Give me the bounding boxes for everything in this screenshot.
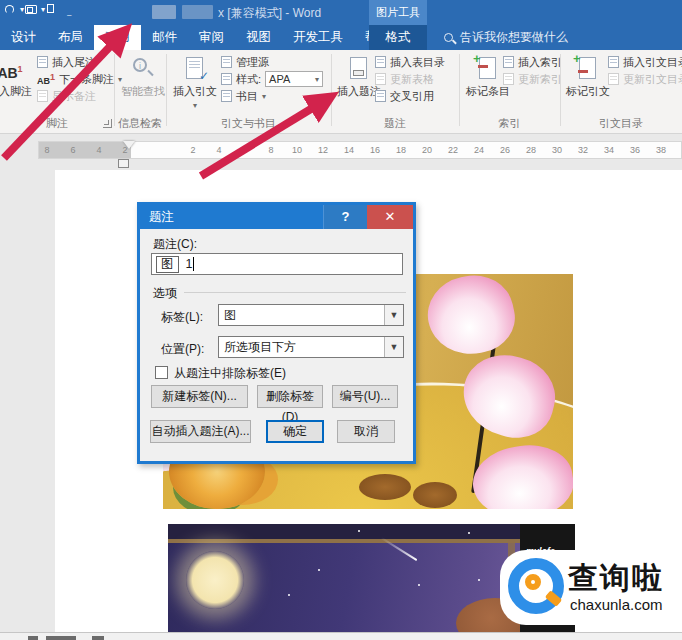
preview-icon[interactable]: ▾	[25, 3, 39, 17]
search-icon	[444, 33, 453, 42]
chevron-down-icon[interactable]: ▼	[384, 337, 403, 357]
ruler-number: 16	[370, 145, 380, 155]
window-top-bar	[168, 524, 575, 539]
lotus-flower	[421, 274, 521, 362]
blurred-filename	[152, 5, 176, 19]
button-插入索引[interactable]: 插入索引	[503, 55, 562, 69]
tell-me-search[interactable]: 告诉我你想要做什么	[444, 25, 568, 50]
group-small-buttons-题注: 插入表目录更新表格交叉引用	[375, 55, 445, 103]
left-indent-marker[interactable]	[118, 159, 129, 168]
watermark-name: 查询啦	[568, 558, 664, 599]
ruler-number: 4	[216, 145, 221, 155]
title-bar[interactable]: ▾▾–▾ x [兼容模式] - Word 图片工具	[0, 0, 682, 25]
tab-布局[interactable]: 布局	[47, 25, 94, 50]
status-bar-glyph	[28, 636, 38, 640]
cancel-button[interactable]: 取消	[337, 420, 395, 443]
position-dropdown[interactable]: 所选项目下方 ▼	[218, 336, 404, 358]
copy-pages-icon[interactable]	[46, 3, 60, 17]
ruler-number: 20	[422, 145, 432, 155]
chaxunla-watermark: 查询啦 chaxunla.com	[500, 550, 682, 625]
options-divider	[184, 292, 406, 293]
customize-toolbar-icon[interactable]: –▾	[67, 3, 81, 17]
style-dropdown[interactable]: APA▾	[265, 71, 323, 87]
star	[288, 594, 290, 596]
button-更新表格: 更新表格	[375, 72, 445, 86]
options-section-label: 选项	[153, 285, 177, 302]
position-dropdown-value: 所选项目下方	[219, 339, 384, 356]
ruler-number: 6	[242, 145, 247, 155]
ruler-number: 26	[500, 145, 510, 155]
exclude-label-checkbox[interactable]	[155, 366, 168, 379]
button-插入引文目录[interactable]: 插入引文目录	[608, 55, 682, 69]
button-插入尾注[interactable]: 插入尾注	[37, 55, 122, 69]
tab-邮件[interactable]: 邮件	[141, 25, 188, 50]
button-显示备注: 显示备注	[37, 89, 122, 103]
button-插入表目录[interactable]: 插入表目录	[375, 55, 445, 69]
ribbon-tab-row: 设计布局引用邮件审阅视图开发工具帮助 格式 告诉我你想要做什么	[0, 25, 682, 50]
status-bar-glyph	[46, 636, 76, 640]
button-智能查找[interactable]: i智能查找	[119, 53, 167, 115]
blurred-filename	[182, 5, 213, 19]
tab-引用[interactable]: 引用	[94, 25, 141, 50]
group-small-buttons-引文目录: 插入引文目录更新引文目录	[608, 55, 682, 86]
caption-number: 1	[186, 257, 193, 271]
caption-text-input[interactable]: 图 1	[151, 253, 403, 275]
button-书目[interactable]: 书目▾	[221, 89, 323, 103]
ruler-number: 22	[448, 145, 458, 155]
ruler-number: 30	[552, 145, 562, 155]
button-插入脚注[interactable]: AB1插入脚注	[0, 53, 34, 115]
tell-me-search-label: 告诉我你想要做什么	[460, 29, 568, 46]
tab-审阅[interactable]: 审阅	[188, 25, 235, 50]
tab-设计[interactable]: 设计	[0, 25, 47, 50]
caption-field-label: 题注(C):	[153, 236, 197, 253]
dialog-close-button[interactable]: ✕	[367, 205, 413, 229]
ruler-zone: 86422468101214161820222426283032343638	[0, 135, 682, 169]
dialog-help-button[interactable]: ?	[323, 205, 367, 229]
button-管理源[interactable]: 管理源	[221, 55, 323, 69]
button-样式:[interactable]: 样式:APA▾	[221, 72, 323, 86]
group-label-引文目录: 引文目录	[560, 116, 682, 131]
star	[318, 569, 320, 571]
picture-tools-header: 图片工具	[369, 0, 427, 25]
group-label-引文与书目: 引文与书目	[166, 116, 331, 131]
window-title: x [兼容模式] - Word	[218, 5, 321, 22]
group-label-索引: 索引	[459, 116, 560, 131]
dialog-body: 题注(C): 图 1 选项 标签(L): 图 ▼ 位置(P): 所选项目下方 ▼…	[140, 229, 413, 467]
delete-label-button[interactable]: 删除标签(D)	[257, 385, 323, 408]
tab-开发工具[interactable]: 开发工具	[282, 25, 354, 50]
ruler-number: 36	[630, 145, 640, 155]
ribbon: AB1插入脚注插入尾注AB1下一条脚注▾显示备注脚注i智能查找信息检索✓插入引文…	[0, 50, 682, 134]
tab-视图[interactable]: 视图	[235, 25, 282, 50]
button-交叉引用[interactable]: 交叉引用	[375, 89, 445, 103]
ok-button[interactable]: 确定	[266, 420, 324, 443]
group-label-脚注: 脚注	[0, 116, 114, 131]
horizontal-ruler: 86422468101214161820222426283032343638	[38, 141, 682, 159]
exclude-label-checkbox-label: 从题注中排除标签(E)	[174, 365, 286, 382]
caption-tag: 图	[156, 256, 179, 273]
button-标记引文[interactable]: +标记引文	[564, 53, 612, 115]
ruler-number: 2	[122, 145, 127, 155]
star	[418, 584, 420, 586]
label-dropdown-value: 图	[219, 307, 384, 324]
autocaption-button[interactable]: 自动插入题注(A)...	[150, 420, 251, 443]
button-更新引文目录: 更新引文目录	[608, 72, 682, 86]
position-field-label: 位置(P):	[161, 341, 204, 358]
ruler-number: 14	[344, 145, 354, 155]
mooncake	[359, 474, 411, 500]
ruler-number: 8	[268, 145, 273, 155]
ruler-number: 28	[526, 145, 536, 155]
dialog-launcher-icon[interactable]	[103, 119, 112, 128]
tab-format[interactable]: 格式	[369, 25, 427, 50]
group-small-buttons-引文与书目: 管理源样式:APA▾书目▾	[221, 55, 323, 103]
label-dropdown[interactable]: 图 ▼	[218, 304, 404, 326]
quick-access-toolbar: ▾▾–▾	[4, 3, 81, 17]
new-label-button[interactable]: 新建标签(N)...	[151, 385, 248, 408]
numbering-button[interactable]: 编号(U)...	[332, 385, 398, 408]
star	[468, 532, 470, 534]
button-下一条脚注[interactable]: AB1下一条脚注▾	[37, 72, 122, 86]
chevron-down-icon[interactable]: ▼	[384, 305, 403, 325]
undo-icon[interactable]: ▾	[4, 3, 18, 17]
status-bar	[0, 632, 682, 640]
status-bar-glyph	[92, 636, 104, 640]
button-插入引文[interactable]: ✓插入引文▾	[171, 53, 219, 115]
